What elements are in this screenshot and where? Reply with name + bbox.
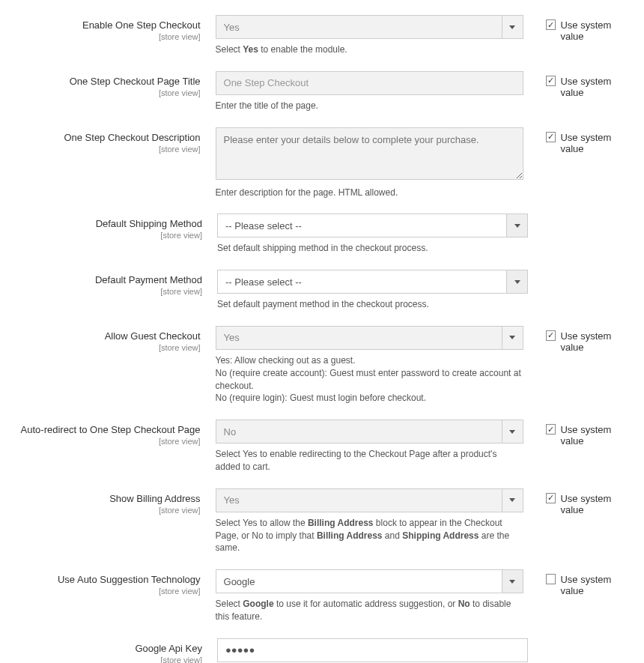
- select-default-shipping[interactable]: -- Please select --: [217, 214, 528, 237]
- checkbox-use-system-description[interactable]: [546, 132, 556, 142]
- use-system-label[interactable]: Use system value: [560, 330, 637, 353]
- label-enable: Enable One Step Checkout: [7, 19, 201, 31]
- checkbox-use-system-allow-guest[interactable]: [546, 330, 556, 341]
- select-enable-value: Yes: [216, 15, 502, 39]
- note-default-shipping: Set default shipping method in the check…: [217, 242, 528, 255]
- select-allow-guest: Yes: [216, 326, 523, 350]
- checkbox-use-system-show-billing[interactable]: [546, 493, 556, 503]
- scope-label: [store view]: [7, 343, 201, 352]
- use-system-label[interactable]: Use system value: [560, 19, 637, 42]
- note-auto-suggest: Select Google to use it for automatic ad…: [216, 598, 523, 623]
- use-system-label[interactable]: Use system value: [560, 132, 637, 154]
- select-auto-suggest-value: Google: [216, 569, 502, 593]
- use-system-label[interactable]: Use system value: [560, 574, 637, 596]
- label-google-key: Google Api Key: [7, 643, 202, 654]
- chevron-down-icon: [502, 420, 523, 443]
- select-default-payment-value: -- Please select --: [217, 270, 507, 294]
- scope-label: [store view]: [7, 88, 201, 97]
- textarea-description: [216, 127, 523, 180]
- checkbox-use-system-auto-redirect[interactable]: [546, 424, 556, 435]
- label-allow-guest: Allow Guest Checkout: [7, 330, 201, 342]
- chevron-down-icon[interactable]: [507, 214, 528, 237]
- label-page-title: One Step Checkout Page Title: [7, 76, 201, 87]
- chevron-down-icon: [502, 326, 523, 350]
- scope-label: [store view]: [7, 656, 202, 663]
- label-default-payment: Default Payment Method: [7, 274, 202, 285]
- chevron-down-icon[interactable]: [502, 569, 523, 593]
- label-auto-redirect: Auto-redirect to One Step Checkout Page: [7, 424, 201, 435]
- scope-label: [store view]: [7, 437, 201, 446]
- scope-label: [store view]: [7, 231, 202, 240]
- input-page-title: [216, 71, 523, 95]
- scope-label: [store view]: [7, 32, 201, 41]
- note-show-billing: Select Yes to allow the Billing Address …: [216, 517, 523, 554]
- select-default-payment[interactable]: -- Please select --: [217, 270, 528, 294]
- label-auto-suggest: Use Auto Suggestion Technology: [7, 574, 201, 585]
- checkbox-use-system-enable[interactable]: [546, 19, 556, 30]
- select-auto-suggest[interactable]: Google: [216, 569, 523, 593]
- label-default-shipping: Default Shipping Method: [7, 218, 202, 229]
- select-auto-redirect-value: No: [216, 420, 502, 443]
- note-default-payment: Set default payment method in the checko…: [217, 298, 528, 311]
- use-system-label[interactable]: Use system value: [560, 424, 637, 446]
- use-system-label[interactable]: Use system value: [560, 76, 637, 98]
- note-auto-redirect: Select Yes to enable redirecting to the …: [216, 448, 523, 473]
- checkbox-use-system-auto-suggest[interactable]: [546, 574, 556, 584]
- select-enable: Yes: [216, 15, 523, 39]
- label-description: One Step Checkout Description: [7, 132, 201, 143]
- checkbox-use-system-page-title[interactable]: [546, 76, 556, 86]
- select-show-billing-value: Yes: [216, 488, 502, 512]
- select-default-shipping-value: -- Please select --: [217, 214, 507, 237]
- select-allow-guest-value: Yes: [216, 326, 502, 350]
- note-allow-guest: Yes: Allow checking out as a guest. No (…: [216, 354, 523, 405]
- chevron-down-icon: [502, 488, 523, 512]
- note-page-title: Enter the title of the page.: [216, 100, 523, 112]
- note-description: Enter description for the page. HTML all…: [216, 187, 523, 199]
- scope-label: [store view]: [7, 287, 202, 296]
- select-show-billing: Yes: [216, 488, 523, 512]
- scope-label: [store view]: [7, 587, 201, 596]
- chevron-down-icon: [502, 15, 523, 39]
- scope-label: [store view]: [7, 145, 201, 154]
- input-google-key[interactable]: [217, 638, 528, 662]
- select-auto-redirect: No: [216, 420, 523, 443]
- scope-label: [store view]: [7, 506, 201, 515]
- label-show-billing: Show Billing Address: [7, 493, 201, 504]
- note-enable: Select Yes to enable the module.: [216, 43, 523, 56]
- use-system-label[interactable]: Use system value: [560, 493, 637, 515]
- chevron-down-icon[interactable]: [507, 270, 528, 294]
